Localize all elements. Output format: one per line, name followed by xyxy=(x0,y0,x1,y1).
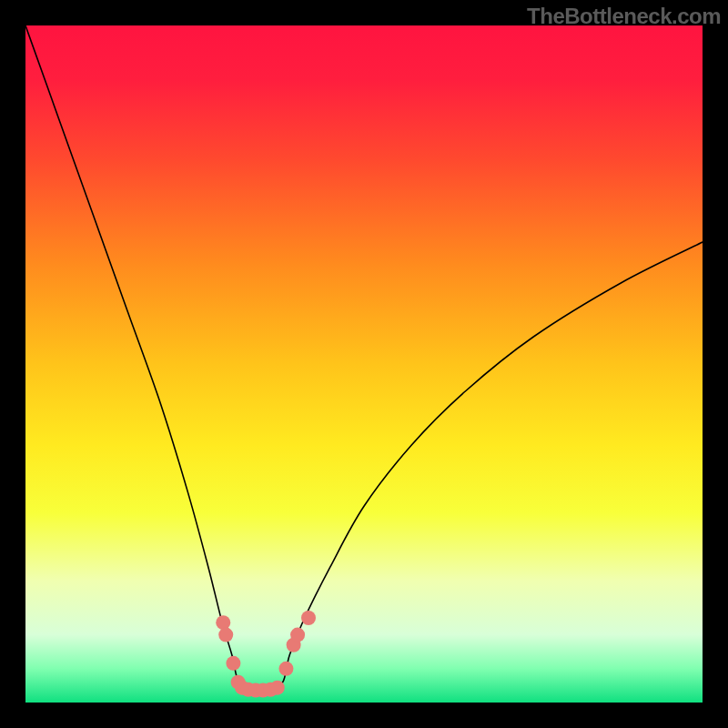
curve-marker xyxy=(216,615,230,630)
curve-marker xyxy=(290,628,305,642)
curve-marker xyxy=(301,611,316,625)
chart-frame: TheBottleneck.com xyxy=(0,0,728,728)
watermark-text: TheBottleneck.com xyxy=(527,4,721,29)
curve-marker xyxy=(226,656,240,671)
chart-background xyxy=(25,25,703,703)
bottleneck-chart xyxy=(25,25,703,703)
curve-marker xyxy=(270,681,285,695)
curve-marker xyxy=(218,628,233,642)
curve-marker xyxy=(278,662,293,676)
